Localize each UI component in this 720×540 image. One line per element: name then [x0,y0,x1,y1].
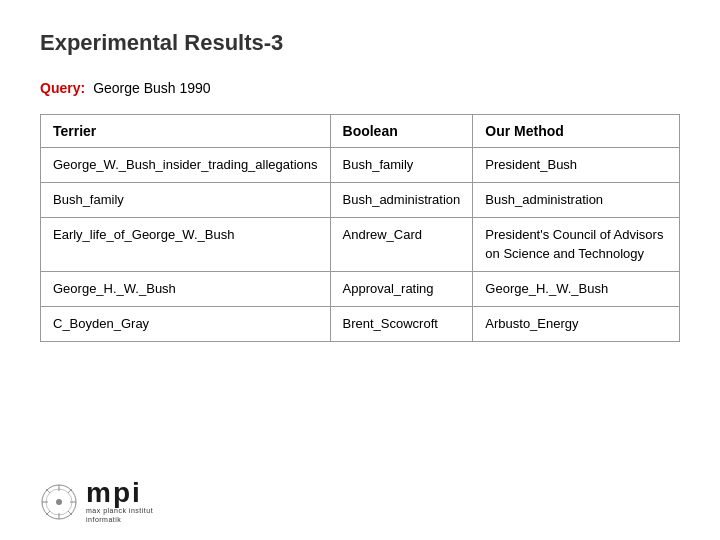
cell-terrier-5: C_Boyden_Gray [41,306,331,341]
cell-boolean-1: Bush_family [330,148,473,183]
table-row: George_W._Bush_insider_trading_allegatio… [41,148,680,183]
mpi-emblem-icon [40,483,78,521]
cell-boolean-4: Approval_rating [330,271,473,306]
cell-method-1: President_Bush [473,148,680,183]
cell-terrier-4: George_H._W._Bush [41,271,331,306]
table-row: C_Boyden_Gray Brent_Scowcroft Arbusto_En… [41,306,680,341]
cell-terrier-1: George_W._Bush_insider_trading_allegatio… [41,148,331,183]
mpi-wordmark: mpi max planck institut informatik [86,479,153,524]
mpi-letters: mpi [86,479,153,507]
cell-boolean-3: Andrew_Card [330,218,473,271]
footer: mpi max planck institut informatik [40,479,153,524]
cell-terrier-2: Bush_family [41,183,331,218]
col-header-terrier: Terrier [41,115,331,148]
cell-boolean-2: Bush_administration [330,183,473,218]
cell-method-4: George_H._W._Bush [473,271,680,306]
table-row: Bush_family Bush_administration Bush_adm… [41,183,680,218]
cell-method-3: President's Council of Advisors on Scien… [473,218,680,271]
col-header-our-method: Our Method [473,115,680,148]
results-table: Terrier Boolean Our Method George_W._Bus… [40,114,680,342]
table-row: George_H._W._Bush Approval_rating George… [41,271,680,306]
svg-point-2 [56,499,62,505]
page-title: Experimental Results-3 [40,30,680,56]
query-value: George Bush 1990 [93,80,211,96]
cell-boolean-5: Brent_Scowcroft [330,306,473,341]
mpi-subtitle-line2: informatik [86,516,153,524]
cell-method-2: Bush_administration [473,183,680,218]
mpi-logo: mpi max planck institut informatik [40,479,153,524]
query-label: Query: [40,80,85,96]
table-row: Early_life_of_George_W._Bush Andrew_Card… [41,218,680,271]
cell-terrier-3: Early_life_of_George_W._Bush [41,218,331,271]
mpi-subtitle-line1: max planck institut [86,507,153,515]
col-header-boolean: Boolean [330,115,473,148]
cell-method-5: Arbusto_Energy [473,306,680,341]
